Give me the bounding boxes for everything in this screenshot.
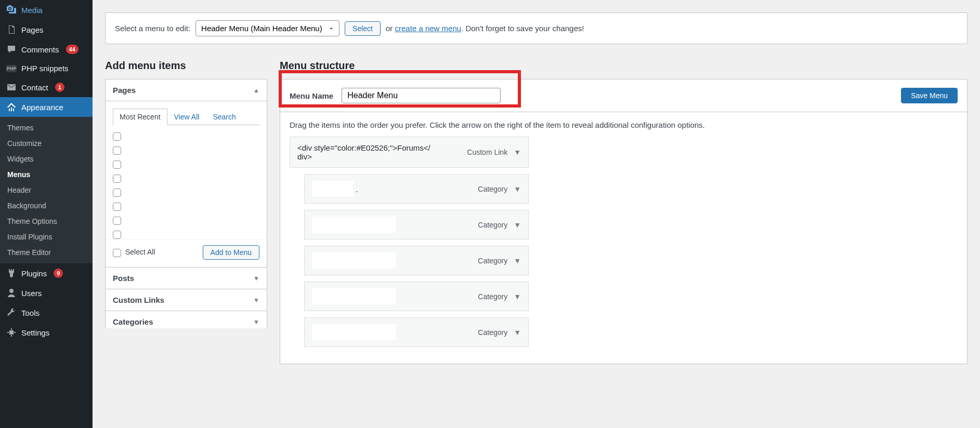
menu-item[interactable]: Category▼	[304, 210, 529, 239]
page-item[interactable]	[113, 172, 260, 186]
submenu-themes[interactable]: Themes	[0, 120, 93, 136]
php-icon: PHP	[6, 65, 17, 72]
page-item[interactable]	[113, 229, 260, 239]
tools-icon	[6, 307, 17, 318]
menu-item-title	[312, 288, 396, 304]
sidebar-item-settings[interactable]: Settings	[0, 323, 93, 342]
page-item[interactable]	[113, 200, 260, 215]
checkbox[interactable]	[113, 175, 121, 183]
select-all-checkbox[interactable]	[113, 249, 121, 257]
metabox-custom-links-header[interactable]: Custom Links ▼	[106, 289, 267, 311]
or-word: or	[386, 24, 395, 33]
redacted-text	[315, 220, 393, 228]
add-menu-items-column: Add menu items Pages ▲ Most Recent View …	[105, 46, 267, 328]
checkbox[interactable]	[113, 203, 121, 211]
sidebar-item-appearance[interactable]: Appearance	[0, 97, 93, 117]
settings-icon	[6, 327, 17, 338]
sidebar-item-label: Media	[21, 6, 43, 15]
chevron-down-icon[interactable]: ▼	[514, 148, 521, 156]
redacted-text	[315, 291, 393, 300]
chevron-down-icon[interactable]: ▼	[514, 328, 521, 337]
chevron-down-icon[interactable]: ▼	[514, 221, 521, 229]
expand-icon: ▼	[253, 297, 259, 304]
metabox-title: Posts	[113, 274, 134, 283]
sidebar-item-label: Comments	[21, 45, 59, 54]
menu-item-title	[312, 324, 396, 340]
submenu-background[interactable]: Background	[0, 198, 93, 213]
tab-search[interactable]: Search	[206, 109, 242, 125]
menu-item-type: Category	[478, 185, 507, 193]
menu-item[interactable]: Category▼	[304, 282, 529, 311]
checkbox[interactable]	[113, 160, 121, 169]
menu-item-type: Category	[478, 257, 507, 265]
metabox-title: Pages	[113, 86, 136, 95]
redacted-text	[315, 184, 350, 192]
menu-structure-column: Menu structure Menu Name Save Menu Drag …	[280, 46, 968, 364]
sidebar-item-tools[interactable]: Tools	[0, 303, 93, 323]
appearance-icon	[6, 102, 17, 112]
sidebar-item-pages[interactable]: Pages	[0, 20, 93, 39]
create-menu-link[interactable]: create a new menu	[395, 24, 462, 33]
metabox-posts-header[interactable]: Posts ▼	[106, 268, 267, 289]
page-item[interactable]	[113, 130, 260, 144]
checkbox[interactable]	[113, 217, 121, 225]
sidebar-item-label: Contact	[21, 83, 48, 92]
chevron-down-icon[interactable]: ▼	[514, 185, 521, 193]
tab-most-recent[interactable]: Most Recent	[113, 109, 167, 125]
comments-badge: 44	[66, 45, 79, 54]
menu-item[interactable]: .Category▼	[304, 174, 529, 204]
menu-panel: Menu Name Save Menu Drag the items into …	[280, 79, 968, 364]
select-menu-prompt: Select a menu to edit:	[115, 24, 190, 33]
chevron-down-icon[interactable]: ▼	[514, 292, 521, 301]
metabox-categories-header[interactable]: Categories ▼	[106, 311, 267, 328]
menu-select-dropdown[interactable]: Header Menu (Main Header Menu)	[195, 20, 339, 36]
page-item[interactable]	[113, 144, 260, 158]
menu-item[interactable]: Category▼	[304, 317, 529, 347]
metabox-pages-header[interactable]: Pages ▲	[106, 79, 267, 101]
submenu-theme-options[interactable]: Theme Options	[0, 213, 93, 229]
sidebar-item-media[interactable]: Media	[0, 0, 93, 20]
pages-checklist[interactable]	[113, 130, 265, 239]
add-items-heading: Add menu items	[105, 60, 267, 72]
plugins-badge: 9	[54, 269, 63, 278]
checkbox[interactable]	[113, 132, 121, 141]
page-item[interactable]	[113, 158, 260, 172]
select-all-label[interactable]: Select All	[113, 248, 155, 257]
or-text: or create a new menu. Don't forget to sa…	[386, 24, 584, 33]
sidebar-item-label: PHP snippets	[21, 64, 69, 73]
checkbox[interactable]	[113, 189, 121, 197]
menu-item[interactable]: Category▼	[304, 246, 529, 275]
page-item[interactable]	[113, 215, 260, 229]
sidebar-item-contact[interactable]: Contact 1	[0, 77, 93, 97]
metabox-title: Custom Links	[113, 296, 164, 304]
add-to-menu-button[interactable]: Add to Menu	[203, 245, 259, 260]
checkbox[interactable]	[113, 231, 121, 239]
checkbox[interactable]	[113, 146, 121, 155]
menu-name-label: Menu Name	[290, 91, 333, 100]
menu-item[interactable]: <div style="color:#E02526;">Forums</div>…	[290, 137, 529, 168]
submenu-widgets[interactable]: Widgets	[0, 151, 93, 167]
metabox-custom-links: Custom Links ▼	[105, 289, 267, 311]
submenu-customize[interactable]: Customize	[0, 136, 93, 151]
contact-badge: 1	[55, 83, 64, 92]
tab-view-all[interactable]: View All	[167, 109, 206, 125]
tail-text: . Don't forget to save your changes!	[461, 24, 584, 33]
submenu-menus[interactable]: Menus	[0, 167, 93, 182]
sidebar-item-comments[interactable]: Comments 44	[0, 39, 93, 59]
select-button[interactable]: Select	[345, 21, 381, 36]
sidebar-item-label: Settings	[21, 328, 49, 337]
submenu-install-plugins[interactable]: Install Plugins	[0, 229, 93, 245]
sidebar-item-label: Appearance	[21, 103, 63, 112]
save-menu-button[interactable]: Save Menu	[901, 88, 958, 103]
admin-sidebar: Media Pages Comments 44 PHP PHP snippets…	[0, 0, 93, 428]
submenu-theme-editor[interactable]: Theme Editor	[0, 245, 93, 260]
page-item[interactable]	[113, 186, 260, 200]
sidebar-item-php-snippets[interactable]: PHP PHP snippets	[0, 59, 93, 77]
menu-name-input[interactable]	[342, 88, 501, 103]
menu-item-title: <div style="color:#E02526;">Forums</div>	[297, 143, 433, 161]
submenu-header[interactable]: Header	[0, 182, 93, 198]
sidebar-item-users[interactable]: Users	[0, 283, 93, 303]
comments-icon	[6, 44, 17, 55]
chevron-down-icon[interactable]: ▼	[514, 257, 521, 265]
sidebar-item-plugins[interactable]: Plugins 9	[0, 263, 93, 283]
